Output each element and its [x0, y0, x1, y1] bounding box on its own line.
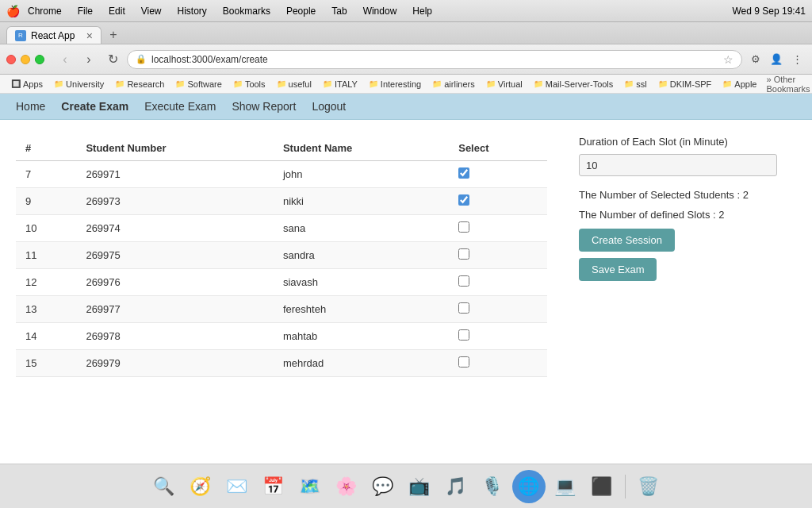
- folder-icon: 📁: [233, 79, 243, 88]
- student-checkbox[interactable]: [458, 248, 469, 260]
- refresh-button[interactable]: ↻: [103, 50, 122, 69]
- bookmark-research[interactable]: 📁 Research: [110, 78, 169, 90]
- save-exam-button[interactable]: Save Exam: [579, 258, 657, 281]
- cell-student-number: 269974: [76, 215, 274, 242]
- menu-tab[interactable]: Tab: [328, 4, 350, 18]
- dock-maps[interactable]: 🗺️: [293, 470, 327, 503]
- col-header-number: Student Number: [76, 136, 274, 161]
- cell-select: [449, 269, 547, 296]
- menu-view[interactable]: View: [138, 4, 165, 18]
- cell-student-number: 269975: [76, 242, 274, 269]
- cell-select: [449, 215, 547, 242]
- cell-student-name: fereshteh: [274, 296, 449, 323]
- dock-safari[interactable]: 🧭: [184, 470, 217, 503]
- nav-home[interactable]: Home: [16, 100, 45, 113]
- bookmark-software[interactable]: 📁 Software: [170, 78, 226, 90]
- student-checkbox[interactable]: [458, 356, 469, 368]
- forward-button[interactable]: ›: [79, 50, 98, 69]
- bookmark-tools[interactable]: 📁 Tools: [228, 78, 270, 90]
- dock-photos[interactable]: 🌸: [330, 470, 363, 503]
- new-tab-button[interactable]: +: [105, 26, 122, 44]
- menu-window[interactable]: Window: [360, 4, 400, 18]
- student-checkbox[interactable]: [458, 275, 469, 287]
- menu-file[interactable]: File: [75, 4, 96, 18]
- student-checkbox[interactable]: [458, 302, 469, 314]
- duration-label: Duration of Each Slot (in Minute): [579, 136, 777, 148]
- bookmark-virtual[interactable]: 📁 Virtual: [481, 78, 527, 90]
- bookmark-mailserver[interactable]: 📁 Mail-Server-Tools: [529, 78, 619, 90]
- window-close[interactable]: [6, 55, 16, 64]
- menu-people[interactable]: People: [283, 4, 319, 18]
- nav-show-report[interactable]: Show Report: [232, 100, 296, 113]
- student-checkbox[interactable]: [458, 329, 469, 341]
- table-row: 10269974sana: [16, 215, 547, 242]
- menu-bookmarks[interactable]: Bookmarks: [220, 4, 274, 18]
- tab-favicon: R: [15, 30, 26, 41]
- bookmark-dkim[interactable]: 📁 DKIM-SPF: [653, 78, 717, 90]
- extensions-btn[interactable]: ⚙: [747, 51, 764, 68]
- cell-index: 7: [16, 161, 76, 188]
- folder-icon: 📁: [432, 79, 442, 88]
- student-checkbox[interactable]: [458, 167, 469, 179]
- window-minimize[interactable]: [21, 55, 30, 64]
- nav-logout[interactable]: Logout: [312, 100, 346, 113]
- apple-menu[interactable]: 🍎: [6, 5, 20, 17]
- bookmark-apple[interactable]: 📁 Apple: [718, 78, 761, 90]
- cell-student-name: sandra: [274, 242, 449, 269]
- folder-icon: 📁: [658, 79, 668, 88]
- cell-select: [449, 296, 547, 323]
- menu-dots-btn[interactable]: ⋮: [788, 51, 806, 68]
- dock-messages[interactable]: 💬: [366, 470, 400, 503]
- dock-podcasts[interactable]: 🎙️: [476, 470, 509, 503]
- dock-appletv[interactable]: 📺: [403, 470, 436, 503]
- create-session-button[interactable]: Create Session: [579, 229, 675, 252]
- back-button[interactable]: ‹: [56, 50, 75, 69]
- bookmark-useful[interactable]: 📁 useful: [272, 78, 316, 90]
- bookmark-airliners[interactable]: 📁 airliners: [427, 78, 480, 90]
- cell-index: 15: [16, 350, 76, 377]
- bookmark-interesting[interactable]: 📁 Interesting: [364, 78, 426, 90]
- bookmark-italy[interactable]: 📁 ITALY: [318, 78, 362, 90]
- window-maximize[interactable]: [35, 55, 44, 64]
- folder-icon: 📁: [115, 79, 124, 88]
- menu-edit[interactable]: Edit: [105, 4, 128, 18]
- dock-mail[interactable]: ✉️: [220, 470, 254, 503]
- dock-terminal[interactable]: ⬛: [585, 470, 619, 503]
- bookmark-ssl[interactable]: 📁 ssl: [619, 78, 651, 90]
- dock-trash[interactable]: 🗑️: [632, 470, 665, 503]
- browser-tab-react[interactable]: R React App ×: [6, 26, 102, 44]
- cell-student-number: 269978: [76, 323, 274, 350]
- col-header-select: Select: [449, 136, 547, 161]
- dock-calendar[interactable]: 📅: [257, 470, 290, 503]
- cell-student-number: 269971: [76, 161, 274, 188]
- dock-vscode[interactable]: 💻: [549, 470, 582, 503]
- nav-execute-exam[interactable]: Execute Exam: [144, 100, 216, 113]
- dock-itunes[interactable]: 🎵: [439, 470, 473, 503]
- table-row: 9269973nikki: [16, 188, 547, 215]
- cell-index: 14: [16, 323, 76, 350]
- menubar-right: Wed 9 Sep 19:41: [732, 6, 806, 17]
- bookmark-apps[interactable]: 🔲 Apps: [6, 78, 48, 90]
- student-checkbox[interactable]: [458, 194, 469, 206]
- menu-chrome[interactable]: Chrome: [25, 4, 65, 18]
- bookmark-university[interactable]: 📁 University: [49, 78, 109, 90]
- bookmark-star[interactable]: ☆: [723, 53, 733, 66]
- tab-close-btn[interactable]: ×: [86, 29, 93, 42]
- bookmarks-bar: 🔲 Apps 📁 University 📁 Research 📁 Softwar…: [0, 75, 812, 94]
- address-bar[interactable]: 🔒 localhost:3000/exam/create ☆: [127, 50, 742, 69]
- dock-finder[interactable]: 🔍: [147, 470, 181, 503]
- folder-icon: 📁: [369, 79, 378, 88]
- col-header-name: Student Name: [274, 136, 449, 161]
- folder-icon: 📁: [486, 79, 496, 88]
- menu-bar: Chrome File Edit View History Bookmarks …: [25, 4, 435, 18]
- menu-history[interactable]: History: [174, 4, 210, 18]
- menu-help[interactable]: Help: [409, 4, 435, 18]
- other-bookmarks[interactable]: » Other Bookmarks: [763, 75, 812, 94]
- cell-student-number: 269977: [76, 296, 274, 323]
- duration-input[interactable]: [579, 154, 777, 176]
- dock-chrome[interactable]: 🌐: [512, 470, 546, 503]
- student-checkbox[interactable]: [458, 221, 469, 233]
- nav-create-exam[interactable]: Create Exam: [61, 100, 128, 113]
- profile-btn[interactable]: 👤: [768, 51, 785, 68]
- app-navigation: Home Create Exam Execute Exam Show Repor…: [0, 94, 812, 120]
